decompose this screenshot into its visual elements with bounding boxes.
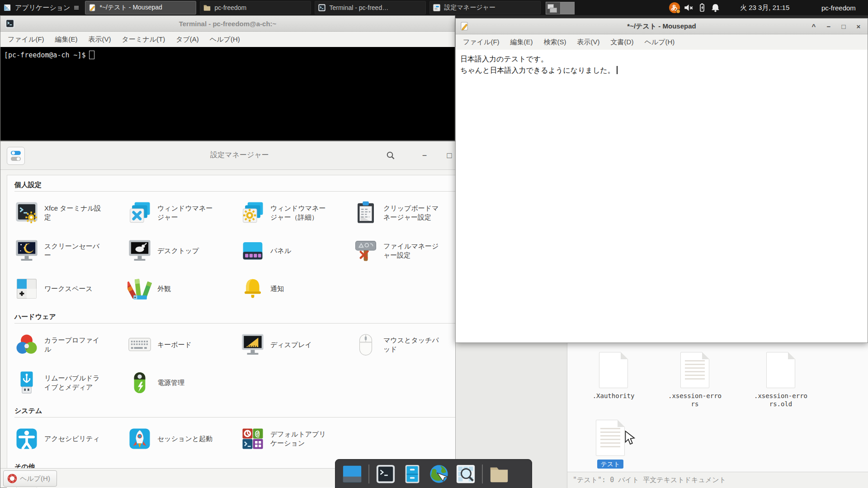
close-button[interactable]: × bbox=[853, 21, 864, 32]
keyboard-icon bbox=[127, 333, 152, 357]
applications-menu-button[interactable]: アプリケーション bbox=[0, 0, 83, 15]
screensaver-icon bbox=[14, 239, 39, 263]
settings-item-label: Xfce ターミナル設定 bbox=[44, 204, 102, 222]
settings-item-label: セッションと起動 bbox=[157, 434, 215, 443]
file-manager-settings-icon bbox=[354, 239, 378, 263]
shade-button[interactable]: ^ bbox=[808, 21, 819, 32]
file-text-icon bbox=[596, 420, 625, 456]
settings-item-keyboard[interactable]: キーボード bbox=[127, 328, 241, 361]
menu-item[interactable]: ファイル(F) bbox=[2, 33, 50, 47]
file-name: .xsession-errors bbox=[668, 392, 722, 408]
settings-item-window-manager-tweaks[interactable]: ウィンドウマネージャー（詳細） bbox=[241, 196, 354, 230]
text-line: ちゃんと日本語入力できるようになりました。 bbox=[460, 65, 863, 76]
mousepad-titlebar[interactable]: *~/テスト - Mousepad ^−□× bbox=[456, 19, 868, 34]
taskbar-button[interactable]: Terminal - pc-freed… bbox=[315, 1, 426, 14]
text-line: 日本語入力のテストです。 bbox=[460, 53, 863, 65]
settings-item-removable-media[interactable]: リムーバブルドライブとメディア bbox=[14, 366, 127, 399]
settings-item-label: アクセシビリティ bbox=[44, 434, 102, 443]
dock-app-finder-icon[interactable] bbox=[455, 464, 476, 484]
settings-item-clipboard-manager[interactable]: クリップボードマネージャー設定 bbox=[354, 196, 467, 230]
file-manager-statusbar: "テスト": 0 バイト 平文テキストドキュメント bbox=[567, 472, 868, 488]
menu-item[interactable]: 表示(V) bbox=[83, 33, 117, 47]
settings-item-color-profiles[interactable]: カラープロファイル bbox=[14, 328, 127, 361]
workspace-1[interactable] bbox=[546, 2, 560, 14]
maximize-button[interactable]: □ bbox=[838, 21, 849, 32]
terminal-icon bbox=[5, 18, 15, 29]
terminal-screen[interactable]: [pc-freedom@a-ch ~]$ bbox=[0, 47, 455, 141]
window-manager-icon bbox=[127, 201, 152, 225]
color-profiles-icon bbox=[14, 333, 39, 357]
settings-item-display[interactable]: ディスプレイ bbox=[241, 328, 354, 361]
file-item[interactable]: .xsession-errors.old bbox=[747, 352, 815, 408]
menu-item[interactable]: ターミナル(T) bbox=[117, 33, 171, 47]
settings-item-desktop-settings[interactable]: デスクトップ bbox=[127, 234, 241, 267]
settings-item-label: 電源管理 bbox=[157, 378, 215, 387]
settings-item-session-startup[interactable]: セッションと起動 bbox=[127, 422, 241, 455]
battery-icon[interactable] bbox=[697, 3, 707, 13]
mousepad-text-area[interactable]: 日本語入力のテストです。 ちゃんと日本語入力できるようになりました。 bbox=[456, 50, 868, 343]
taskbar-button-label: 設定マネージャー bbox=[444, 4, 495, 12]
settings-content: 個人設定Xfce ターミナル設定ウィンドウマネージャーウィンドウマネージャー（詳… bbox=[7, 175, 473, 488]
speaker-muted-icon[interactable] bbox=[683, 2, 694, 13]
file-plain-icon bbox=[766, 352, 795, 388]
menu-item[interactable]: ヘルプ(H) bbox=[639, 35, 680, 49]
menu-item[interactable]: ファイル(F) bbox=[458, 35, 505, 49]
workspaces-icon bbox=[14, 277, 39, 301]
settings-item-mouse-touchpad[interactable]: マウスとタッチパッド bbox=[354, 328, 467, 361]
taskbar-button[interactable]: 設定マネージャー bbox=[429, 1, 541, 14]
menu-item[interactable]: ヘルプ(H) bbox=[204, 33, 245, 47]
dock-web-browser-icon[interactable] bbox=[429, 464, 449, 484]
settings-item-appearance[interactable]: 外観 bbox=[127, 272, 241, 305]
mousepad-window: *~/テスト - Mousepad ^−□× ファイル(F)編集(E)検索(S)… bbox=[455, 18, 868, 343]
terminal-titlebar[interactable]: Terminal - pc-freedom@a-ch:~ bbox=[0, 16, 455, 32]
terminal-cursor bbox=[89, 51, 94, 59]
settings-item-power-manager[interactable]: 電源管理 bbox=[127, 366, 241, 399]
file-manager-view[interactable]: .Xauthority.xsession-errors.xsession-err… bbox=[567, 343, 868, 472]
settings-titlebar[interactable]: 設定マネージャー − □ bbox=[0, 141, 479, 170]
file-item[interactable]: .xsession-errors bbox=[661, 352, 729, 408]
settings-item-label: デスクトップ bbox=[157, 246, 215, 255]
menu-item[interactable]: 編集(E) bbox=[50, 33, 83, 47]
settings-item-label: キーボード bbox=[157, 340, 215, 349]
settings-item-screensaver[interactable]: スクリーンセーバー bbox=[14, 234, 127, 267]
settings-item-window-manager[interactable]: ウィンドウマネージャー bbox=[127, 196, 241, 230]
notifications-icon bbox=[241, 277, 265, 301]
settings-search-button[interactable] bbox=[382, 148, 399, 163]
dock-terminal-icon[interactable] bbox=[375, 464, 396, 484]
appearance-icon bbox=[127, 277, 152, 301]
settings-minimize-button[interactable]: − bbox=[416, 148, 433, 163]
workspace-pager[interactable] bbox=[546, 2, 575, 14]
dock-folder-icon[interactable] bbox=[489, 464, 509, 484]
menu-item[interactable]: 表示(V) bbox=[572, 35, 605, 49]
minimize-button[interactable]: − bbox=[823, 21, 834, 32]
settings-item-workspaces[interactable]: ワークスペース bbox=[14, 272, 127, 305]
taskbar-button[interactable]: *~/テスト - Mousepad bbox=[85, 1, 196, 14]
dock-file-cabinet-icon[interactable] bbox=[402, 464, 423, 484]
workspace-2[interactable] bbox=[560, 2, 574, 14]
notification-bell-icon[interactable] bbox=[710, 3, 721, 13]
mousepad-icon bbox=[459, 21, 469, 31]
menu-item[interactable]: 文書(D) bbox=[605, 35, 639, 49]
menu-item[interactable]: 検索(S) bbox=[538, 35, 572, 49]
menu-item[interactable]: タブ(A) bbox=[170, 33, 204, 47]
dock-separator bbox=[368, 465, 369, 483]
desktop: アプリケーション *~/テスト - Mousepadpc-freedomTerm… bbox=[0, 0, 868, 488]
menu-lines-icon bbox=[73, 5, 80, 11]
settings-item-file-manager-settings[interactable]: ファイルマネージャー設定 bbox=[354, 234, 467, 267]
settings-item-notifications[interactable]: 通知 bbox=[241, 272, 354, 305]
panel-clock[interactable]: 火 23 3月, 21:15 bbox=[740, 0, 789, 15]
settings-item-default-applications[interactable]: @デフォルトアプリケーション bbox=[241, 422, 354, 455]
input-method-icon[interactable]: あ bbox=[669, 2, 680, 13]
dock-desktop-icon[interactable] bbox=[342, 464, 363, 484]
help-button-label: ヘルプ(H) bbox=[20, 474, 50, 483]
settings-item-label: マウスとタッチパッド bbox=[383, 336, 441, 354]
menu-item[interactable]: 編集(E) bbox=[505, 35, 538, 49]
settings-item-label: クリップボードマネージャー設定 bbox=[383, 204, 441, 222]
help-button[interactable]: ヘルプ(H) bbox=[3, 470, 57, 487]
terminal-menubar: ファイル(F)編集(E)表示(V)ターミナル(T)タブ(A)ヘルプ(H) bbox=[0, 32, 455, 47]
settings-item-accessibility[interactable]: アクセシビリティ bbox=[14, 422, 127, 455]
file-item[interactable]: .Xauthority bbox=[580, 352, 647, 400]
settings-item-panel-settings[interactable]: パネル bbox=[241, 234, 354, 267]
taskbar-button[interactable]: pc-freedom bbox=[200, 1, 311, 14]
settings-item-xfce-terminal-settings[interactable]: Xfce ターミナル設定 bbox=[14, 196, 127, 230]
